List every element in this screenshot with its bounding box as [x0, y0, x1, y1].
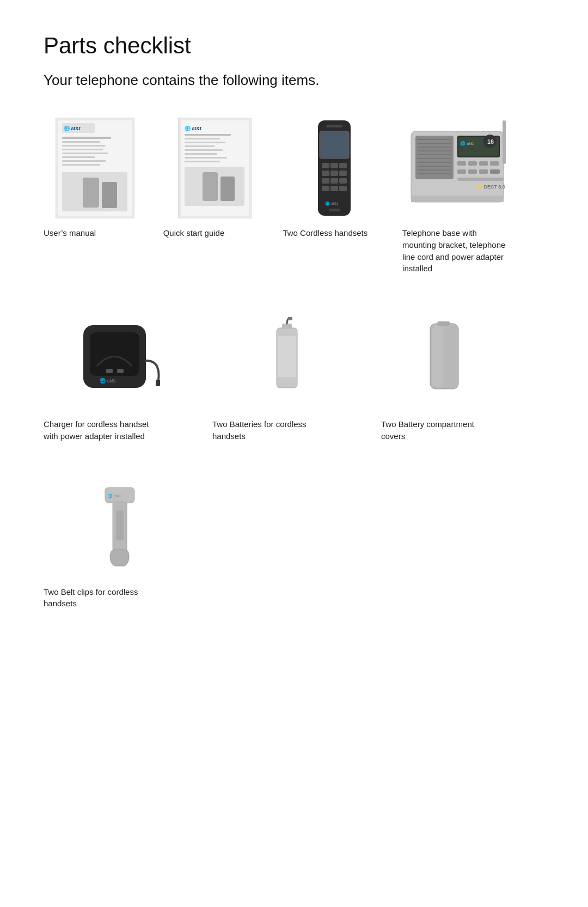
item-users-manual: 🌐 at&t User’s manual — [44, 116, 147, 239]
svg-text:🌐 at&t: 🌐 at&t — [108, 494, 120, 498]
item-charger: 🌐 at&t Charger for cordless handset with… — [44, 307, 196, 442]
svg-rect-14 — [102, 182, 117, 208]
battery-covers-label: Two Battery compartment covers — [381, 418, 490, 442]
quick-start-guide-label: Quick start guide — [163, 227, 225, 239]
row-1: 🌐 at&t User’s manual — [44, 116, 544, 275]
svg-rect-43 — [330, 186, 338, 191]
svg-rect-4 — [62, 137, 111, 139]
svg-rect-88 — [437, 321, 450, 326]
item-battery-covers: Two Battery compartment covers — [381, 307, 506, 442]
svg-rect-84 — [278, 336, 296, 377]
telephone-base-label: Telephone base with mounting bracket, te… — [402, 227, 511, 275]
item-quick-start-guide: 🌐 at&t Quick start guide — [163, 116, 267, 239]
svg-rect-37 — [330, 171, 338, 176]
svg-rect-18 — [185, 134, 231, 136]
svg-rect-9 — [62, 156, 95, 158]
item-cordless-handsets: 🌐 at&t Two Cordless handsets — [283, 116, 386, 239]
svg-rect-44 — [339, 186, 347, 191]
svg-rect-25 — [185, 161, 220, 162]
svg-rect-74 — [503, 120, 506, 164]
cordless-handsets-image: 🌐 at&t — [283, 116, 386, 220]
svg-rect-36 — [322, 171, 329, 176]
svg-text:⚡ DECT 6.0: ⚡ DECT 6.0 — [476, 184, 505, 190]
battery-covers-image — [381, 307, 506, 411]
svg-rect-42 — [322, 186, 329, 191]
svg-rect-70 — [479, 169, 488, 174]
svg-rect-33 — [322, 163, 329, 168]
row-3: 🌐 at&t Two Belt clips for cordless hands… — [44, 475, 544, 610]
svg-rect-64 — [457, 161, 466, 166]
users-manual-image: 🌐 at&t — [44, 116, 147, 220]
svg-rect-8 — [62, 153, 108, 154]
svg-text:🌐 at&t: 🌐 at&t — [325, 201, 338, 206]
svg-rect-72 — [457, 178, 504, 181]
svg-rect-77 — [90, 332, 139, 376]
svg-text:🌐 at&t: 🌐 at&t — [64, 125, 81, 132]
svg-text:🌐 at&t: 🌐 at&t — [185, 125, 201, 132]
svg-rect-48 — [415, 136, 454, 179]
belt-clips-image: 🌐 at&t — [44, 475, 196, 579]
svg-rect-6 — [62, 145, 106, 147]
svg-rect-71 — [490, 169, 500, 174]
svg-rect-23 — [185, 153, 217, 155]
svg-rect-24 — [185, 157, 227, 159]
svg-rect-75 — [411, 196, 504, 202]
batteries-image — [212, 307, 365, 411]
svg-rect-5 — [62, 141, 100, 143]
item-telephone-base: 🌐 at&t 16 ⚡ DECT 6.0 — [402, 116, 528, 275]
svg-rect-19 — [185, 138, 220, 139]
svg-rect-35 — [339, 163, 347, 168]
svg-rect-69 — [468, 169, 477, 174]
users-manual-label: User’s manual — [44, 227, 96, 239]
row-2: 🌐 at&t Charger for cordless handset with… — [44, 307, 544, 442]
svg-rect-20 — [185, 142, 225, 143]
svg-rect-7 — [62, 149, 103, 150]
item-batteries: Two Batteries for cordless handsets — [212, 307, 365, 442]
svg-rect-32 — [321, 132, 348, 157]
svg-rect-22 — [185, 149, 223, 151]
svg-rect-34 — [330, 163, 338, 168]
svg-text:🌐 at&t: 🌐 at&t — [100, 378, 116, 384]
svg-rect-40 — [330, 178, 338, 184]
svg-rect-68 — [457, 169, 466, 174]
svg-rect-10 — [62, 160, 106, 162]
svg-rect-79 — [117, 369, 124, 373]
quick-start-guide-image: 🌐 at&t — [163, 116, 267, 220]
svg-text:🌐 at&t: 🌐 at&t — [460, 141, 475, 146]
cordless-handsets-label: Two Cordless handsets — [283, 227, 367, 239]
svg-rect-66 — [479, 161, 488, 166]
item-belt-clips: 🌐 at&t Two Belt clips for cordless hands… — [44, 475, 196, 610]
svg-rect-78 — [106, 369, 113, 373]
svg-rect-28 — [220, 176, 235, 201]
svg-rect-27 — [203, 172, 218, 201]
svg-rect-45 — [329, 209, 340, 211]
page-title: Parts checklist — [44, 33, 544, 59]
batteries-label: Two Batteries for cordless handsets — [212, 418, 321, 442]
svg-rect-85 — [288, 317, 292, 320]
belt-clips-label: Two Belt clips for cordless handsets — [44, 586, 152, 610]
svg-rect-65 — [468, 161, 477, 166]
page-subtitle: Your telephone contains the following it… — [44, 72, 544, 89]
svg-rect-39 — [322, 178, 329, 184]
svg-rect-13 — [83, 178, 99, 208]
svg-rect-81 — [156, 380, 160, 386]
charger-image: 🌐 at&t — [44, 307, 196, 411]
svg-rect-87 — [432, 326, 443, 387]
svg-rect-38 — [339, 171, 347, 176]
svg-rect-11 — [62, 164, 100, 166]
svg-rect-92 — [116, 510, 124, 540]
charger-label: Charger for cordless handset with power … — [44, 418, 152, 442]
svg-rect-30 — [326, 125, 342, 127]
svg-rect-67 — [490, 161, 499, 166]
svg-rect-21 — [185, 145, 215, 147]
svg-rect-41 — [339, 178, 347, 184]
svg-text:16: 16 — [487, 138, 494, 145]
telephone-base-image: 🌐 at&t 16 ⚡ DECT 6.0 — [402, 116, 528, 220]
